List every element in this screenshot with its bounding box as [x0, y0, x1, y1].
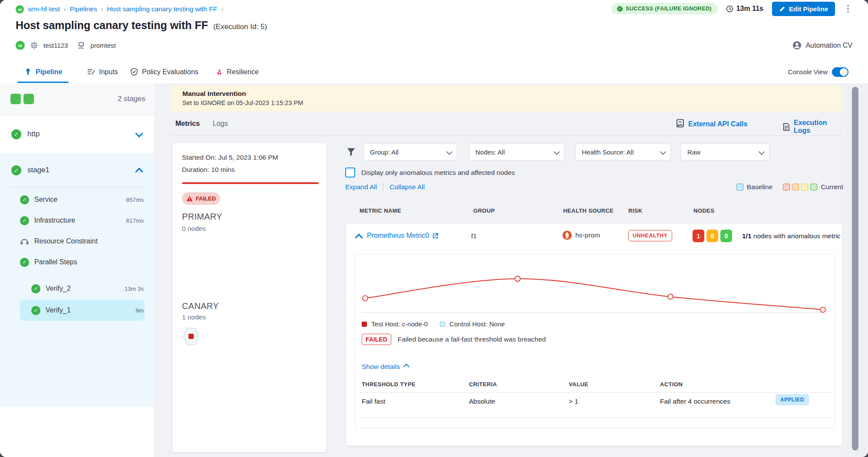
- metric-name-link[interactable]: Prometheus Metric0: [367, 232, 439, 240]
- divider: [9, 187, 145, 187]
- failed-badge: FAILED: [362, 334, 391, 345]
- health-source: hs-prom: [562, 230, 600, 240]
- expand-all-link[interactable]: Expand All: [345, 183, 377, 191]
- banner-title: Manual Intervention: [182, 90, 246, 98]
- triggered-by: Automation CV: [792, 41, 852, 50]
- status-badge: ✓ SUCCESS (FAILURE IGNORED): [611, 3, 717, 14]
- chart-data-point[interactable]: [668, 294, 673, 299]
- started-on: Started On: Jul 5, 2023 1:06 PM: [182, 154, 278, 161]
- check-circle-icon: ✓: [11, 165, 21, 175]
- breadcrumb-project[interactable]: srm-hf-test: [28, 5, 60, 13]
- sidebar-stage-stage1[interactable]: ✓ stage1: [0, 153, 154, 187]
- sidebar-step-verify-2[interactable]: ✓Verify_213m 3s: [0, 278, 154, 299]
- environment-name[interactable]: promtest: [90, 42, 116, 49]
- criteria-value: Absolute: [469, 398, 495, 405]
- filter-funnel-icon[interactable]: [347, 148, 356, 157]
- check-circle-icon: ✓: [31, 284, 40, 293]
- edit-pipeline-button[interactable]: Edit Pipeline: [772, 2, 835, 16]
- prometheus-icon: [562, 230, 572, 240]
- tab-resilience[interactable]: Resilience: [215, 61, 259, 83]
- inputs-tab-icon: [87, 68, 95, 76]
- breadcrumb-pipelines[interactable]: Pipelines: [70, 5, 97, 13]
- failed-message: Failed because a fail-fast threshold was…: [398, 335, 546, 343]
- tab-inputs[interactable]: Inputs: [87, 61, 118, 83]
- data-mode-dropdown[interactable]: Raw: [681, 143, 769, 161]
- user-avatar-icon: [792, 41, 802, 50]
- success-check-icon: ✓: [617, 6, 623, 12]
- check-circle-icon: ✓: [20, 258, 29, 267]
- chevron-down-icon: [759, 149, 765, 155]
- stage-count: 2 stages: [118, 95, 145, 103]
- kebab-menu-icon[interactable]: [844, 3, 852, 14]
- col-value: VALUE: [569, 381, 588, 388]
- sidebar-step-service[interactable]: ✓Service857ms: [0, 189, 154, 210]
- sidebar-step-verify-1[interactable]: ✓Verify_19m: [0, 300, 154, 321]
- group-filter-dropdown[interactable]: Group: All: [363, 143, 457, 161]
- execution-id: (Execution Id: 5): [213, 23, 267, 31]
- tab-logs[interactable]: Logs: [213, 120, 228, 128]
- scrollbar-thumb[interactable]: [852, 87, 858, 450]
- divider: [359, 418, 832, 418]
- check-circle-icon: ✓: [11, 129, 21, 139]
- action-value: Fail after 4 occurrences: [660, 398, 730, 405]
- sidebar-step-parallel-steps[interactable]: ✓Parallel Steps: [0, 252, 154, 273]
- sidebar-stage-http[interactable]: ✓ http: [0, 115, 154, 154]
- execution-stage-sidebar: 2 stages ✓ http ✓ stage1 ✓Service857ms✓I…: [0, 83, 155, 457]
- main-tabbar: Pipeline Inputs Policy Evaluations Resil…: [0, 61, 868, 84]
- chart-data-point[interactable]: [515, 276, 520, 281]
- step-label: Infrastructure: [34, 217, 75, 224]
- tab-policy-evaluations[interactable]: Policy Evaluations: [130, 61, 198, 83]
- service-name[interactable]: test1123: [43, 42, 68, 49]
- collapse-row-chevron-icon[interactable]: [355, 233, 363, 241]
- tab-metrics[interactable]: Metrics: [175, 120, 200, 128]
- col-health-source: HEALTH SOURCE: [563, 207, 614, 214]
- external-api-icon: API: [676, 119, 684, 129]
- breadcrumb: ∞ srm-hf-test › Pipelines › Host samplin…: [16, 4, 223, 14]
- step-label: Service: [34, 196, 57, 204]
- breadcrumb-separator-icon: ›: [101, 6, 103, 13]
- execution-logs-link[interactable]: Execution Logs: [783, 119, 842, 135]
- stage-status-square: [23, 94, 34, 104]
- canary-node-hexagon[interactable]: [183, 327, 199, 345]
- sidebar-step-resource-constraint[interactable]: Resource Constraint: [0, 231, 154, 252]
- anomalous-only-checkbox[interactable]: [345, 168, 355, 178]
- resilience-icon: [215, 68, 223, 76]
- col-threshold-type: THRESHOLD TYPE: [362, 381, 416, 388]
- col-action: ACTION: [660, 381, 683, 388]
- chevron-up-icon[interactable]: [135, 168, 143, 175]
- col-criteria: CRITERIA: [469, 381, 497, 388]
- stage-summary-header: 2 stages: [0, 83, 154, 115]
- col-metric-name: METRIC NAME: [360, 207, 401, 214]
- execution-logs-icon: [783, 122, 790, 132]
- chevron-down-icon[interactable]: [135, 129, 143, 137]
- verification-summary-card: Started On: Jul 5, 2023 1:06 PM Duration…: [172, 143, 327, 452]
- scrollbar-track: [847, 83, 868, 457]
- metric-line-chart: [362, 259, 828, 315]
- breadcrumb-pipeline-name[interactable]: Host sampling canary testing with FF: [107, 5, 217, 13]
- breadcrumb-separator-icon: ›: [64, 6, 66, 13]
- chart-data-point[interactable]: [363, 296, 368, 301]
- chart-data-point[interactable]: [820, 307, 825, 312]
- health-source-filter-dropdown[interactable]: Health Source: All: [575, 143, 671, 161]
- external-api-calls-link[interactable]: API External API Calls: [676, 119, 747, 129]
- metric-row[interactable]: Prometheus Metric0 f1 hs-prom UNHEALTHY …: [346, 224, 842, 249]
- pencil-icon: [779, 6, 785, 12]
- node-count-chips: 100: [693, 230, 732, 242]
- resource-constraint-icon: [20, 237, 29, 246]
- show-details-link[interactable]: Show details: [362, 363, 409, 371]
- metric-detail-panel: Test Host: c-node-0 Control Host: None F…: [355, 254, 835, 428]
- current-legend-swatch: [801, 184, 808, 191]
- execution-duration: 13m 11s: [726, 5, 763, 13]
- clock-icon: [726, 5, 733, 13]
- chevron-up-icon: [403, 364, 409, 370]
- collapse-all-link[interactable]: Collapse All: [389, 183, 425, 191]
- nodes-filter-dropdown[interactable]: Nodes: All: [469, 143, 564, 161]
- step-label: Resource Constraint: [34, 237, 98, 245]
- console-view-toggle[interactable]: [832, 67, 848, 77]
- service-infinity-icon: ∞: [16, 41, 25, 50]
- tab-pipeline[interactable]: Pipeline: [24, 61, 62, 83]
- policy-shield-icon: [130, 68, 138, 76]
- verification-status-badge: FAILED: [182, 192, 220, 205]
- sidebar-step-infrastructure[interactable]: ✓Infrastructure617ms: [0, 210, 154, 231]
- check-circle-icon: ✓: [20, 216, 29, 225]
